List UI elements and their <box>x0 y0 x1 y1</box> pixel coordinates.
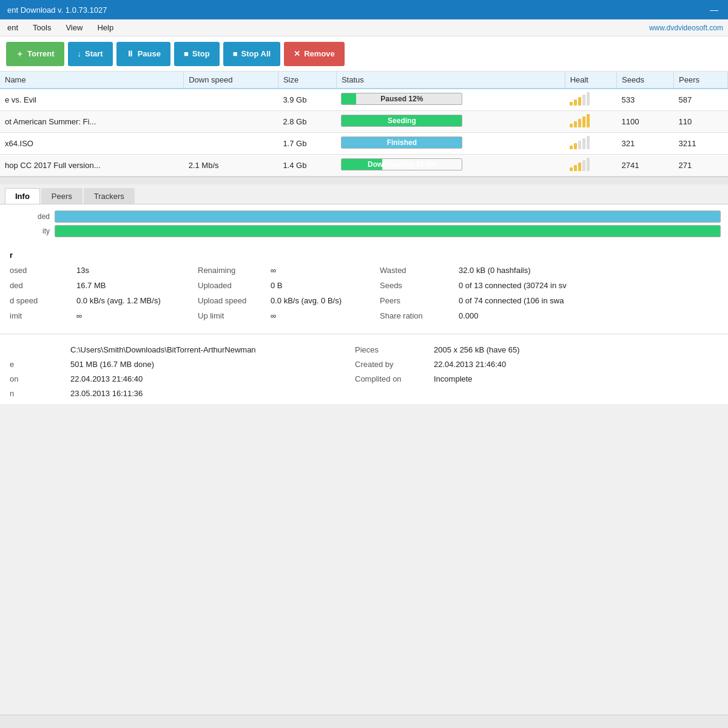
label-seeds: Seeds <box>380 280 459 291</box>
health-bar-segment <box>574 143 577 149</box>
torrent-label: Torrent <box>27 49 55 58</box>
table-row[interactable]: e vs. Evil3.9 GbPaused 12%533587 <box>0 89 728 111</box>
value-wasted: 32.0 kB (0 hashfails) <box>459 265 718 276</box>
torrent-icon: ＋ <box>16 49 24 59</box>
menu-item-view[interactable]: View <box>63 22 85 33</box>
label-remaining: Renaiming <box>198 265 271 276</box>
col-size: Size <box>278 72 336 89</box>
info-grid: osed 13s Renaiming ∞ Wasted 32.0 kB (0 h… <box>10 265 718 322</box>
cell-health <box>565 111 616 133</box>
cell-down-speed <box>184 133 278 155</box>
progress-section: ded ity <box>0 204 728 243</box>
status-bar-finished: Finished <box>341 136 462 149</box>
health-bar-segment <box>574 121 577 127</box>
health-bar-segment <box>578 119 581 127</box>
bottom-panel: Info Peers Trackers ded ity r osed 13s R… <box>0 184 728 404</box>
health-bars <box>570 95 612 106</box>
minimize-button[interactable]: — <box>707 5 721 15</box>
app-status-bar <box>0 715 728 728</box>
panel-spacer <box>0 177 728 184</box>
menu-item-help[interactable]: Help <box>95 22 116 33</box>
cell-size: 3.9 Gb <box>278 89 336 111</box>
progress-row-downloaded: ded <box>7 211 721 223</box>
section-divider <box>0 334 728 334</box>
health-bar-segment <box>570 167 573 171</box>
status-label: Downloading 33.4% <box>342 160 462 169</box>
progress-bar-downloaded <box>55 211 721 223</box>
label-share-ratio: Share ration <box>380 310 459 322</box>
value-created-by: 22.04.2013 21:46:40 <box>434 359 718 370</box>
menu-item-ent[interactable]: ent <box>5 22 21 33</box>
value-elapsed: 13s <box>76 265 198 276</box>
torrent-table: Name Down speed Size Status Healt Seeds … <box>0 72 728 177</box>
health-bars <box>570 138 612 149</box>
health-bar-segment <box>570 124 573 127</box>
label-created-on: n <box>10 388 70 399</box>
health-bar-segment <box>582 138 585 149</box>
start-button[interactable]: ↓ Start <box>68 42 113 66</box>
cell-peers: 587 <box>674 89 728 111</box>
website-link[interactable]: www.dvdvideosoft.com <box>649 24 723 32</box>
progress-row-availability: ity <box>7 225 721 237</box>
value-seeds: 0 of 13 connected (30724 in sv <box>459 280 718 291</box>
cell-status: Downloading 33.4% <box>336 155 565 177</box>
health-bar-segment <box>582 116 585 127</box>
title-bar-controls: — <box>707 5 721 15</box>
value-completed-on: Incomplete <box>434 373 718 385</box>
table-row[interactable]: hop CC 2017 Full version...2.1 Mb/s1.4 G… <box>0 155 728 177</box>
tab-trackers[interactable]: Trackers <box>84 188 135 204</box>
value-uploaded: 0 B <box>271 280 380 291</box>
table-row[interactable]: x64.ISO1.7 GbFinished3213211 <box>0 133 728 155</box>
menu-bar: ent Tools View Help www.dvdvideosoft.com <box>0 19 728 36</box>
stop-all-label: Stop All <box>241 49 271 58</box>
cell-seeds: 1100 <box>617 111 674 133</box>
col-peers: Peers <box>674 72 728 89</box>
pause-button[interactable]: ⏸ Pause <box>116 42 170 66</box>
progress-bar-availability <box>55 225 721 237</box>
table-row[interactable]: ot American Summer: Fi...2.8 GbSeeding11… <box>0 111 728 133</box>
value-share-ratio: 0.000 <box>459 310 718 322</box>
health-bar-segment <box>587 136 590 149</box>
status-label: Paused 12% <box>342 95 462 103</box>
remove-label: Remove <box>304 49 335 58</box>
label-created-by: Created by <box>355 359 434 370</box>
cell-peers: 271 <box>674 155 728 177</box>
status-label: Seeding <box>342 116 462 125</box>
value-save-path: C:\Users\Smith\Downloads\BitTorrent-Arth… <box>70 344 355 356</box>
cell-seeds: 533 <box>617 89 674 111</box>
value-peers: 0 of 74 connected (106 in swa <box>459 295 718 306</box>
stop-all-icon: ■ <box>233 49 238 58</box>
stop-all-button[interactable]: ■ Stop All <box>223 42 280 66</box>
tab-info[interactable]: Info <box>5 188 40 204</box>
torrent-button[interactable]: ＋ Torrent <box>6 42 64 66</box>
start-icon: ↓ <box>78 49 82 58</box>
cell-name: x64.ISO <box>0 133 184 155</box>
health-bars <box>570 116 612 127</box>
health-bar-segment <box>574 99 577 106</box>
remove-button[interactable]: ✕ Remove <box>284 42 345 66</box>
value-remaining: ∞ <box>271 265 380 276</box>
stop-label: Stop <box>192 49 210 58</box>
label-completed-on: Complited on <box>355 373 434 385</box>
stop-button[interactable]: ■ Stop <box>174 42 220 66</box>
file-section: C:\Users\Smith\Downloads\BitTorrent-Arth… <box>0 339 728 404</box>
label-size: e <box>10 359 70 370</box>
status-label: Finished <box>342 138 462 147</box>
value-added-on: 22.04.2013 21:46:40 <box>70 373 355 385</box>
cell-status: Finished <box>336 133 565 155</box>
value-down-limit: ∞ <box>76 310 198 322</box>
col-name: Name <box>0 72 184 89</box>
progress-label-availability: ity <box>7 227 50 235</box>
file-grid: C:\Users\Smith\Downloads\BitTorrent-Arth… <box>10 344 718 399</box>
health-bars <box>570 160 612 171</box>
torrent-table-wrapper: Name Down speed Size Status Healt Seeds … <box>0 72 728 177</box>
health-bar-segment <box>587 92 590 106</box>
tab-peers[interactable]: Peers <box>41 188 83 204</box>
cell-down-speed: 2.1 Mb/s <box>184 155 278 177</box>
value-upload-speed: 0.0 kB/s (avg. 0 B/s) <box>271 295 380 306</box>
menu-item-tools[interactable]: Tools <box>30 22 53 33</box>
cell-health <box>565 155 616 177</box>
health-bar-segment <box>587 158 590 171</box>
tab-bar: Info Peers Trackers <box>0 184 728 204</box>
value-downloaded: 16.7 MB <box>76 280 198 291</box>
